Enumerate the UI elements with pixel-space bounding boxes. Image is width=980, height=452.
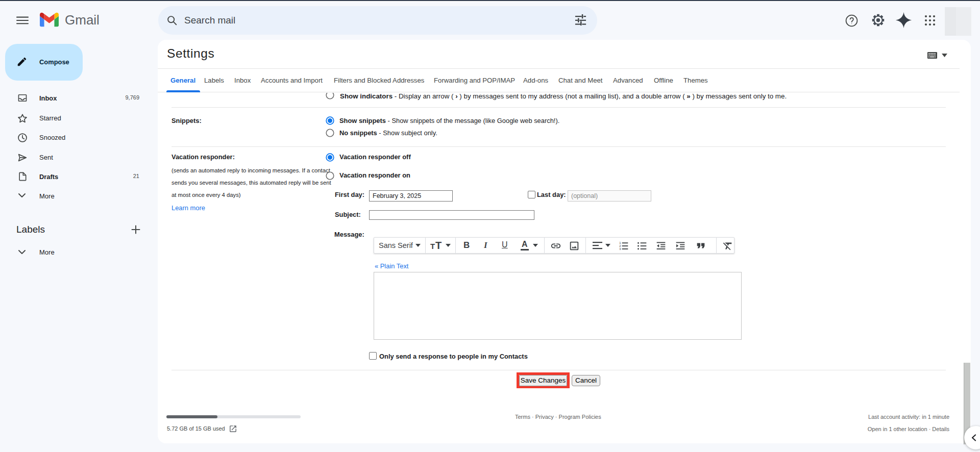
svg-text:3: 3 <box>619 247 621 250</box>
